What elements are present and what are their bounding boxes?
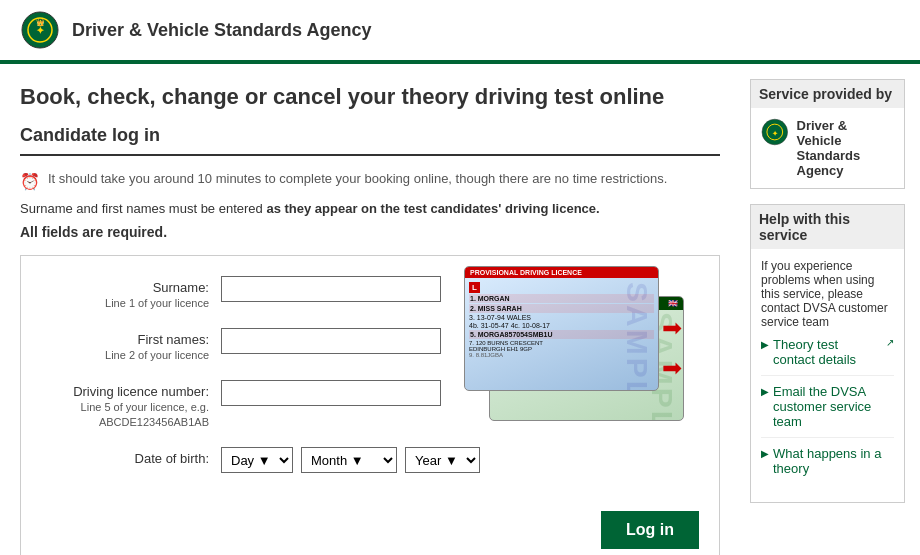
page-header: ✦ 👑 Driver & Vehicle Standards Agency [0, 0, 920, 64]
section-title: Candidate log in [20, 125, 720, 156]
firstname-label: First names: Line 2 of your licence [41, 328, 221, 362]
external-icon: ↗ [886, 337, 894, 348]
login-button[interactable]: Log in [601, 511, 699, 549]
arrow-icon: ▶ [761, 448, 769, 459]
form-container: DRIVING LICENCE 🇬🇧 1. MORGAN 2. MISS SAR… [20, 255, 720, 555]
list-item: ▶ Theory test contact details ↗ [761, 337, 894, 376]
firstname-input[interactable] [221, 328, 441, 354]
dvsa-small-logo: ✦ [761, 118, 789, 146]
dob-month-select[interactable]: Month ▼JanuaryFebruaryMarchAprilMayJuneJ… [301, 447, 397, 473]
svg-text:👑: 👑 [36, 18, 45, 27]
svg-text:✦: ✦ [772, 130, 778, 137]
list-item: ▶ Email the DVSA customer service team [761, 384, 894, 438]
surname-note: Surname and first names must be entered … [20, 201, 720, 216]
surname-label: Surname: Line 1 of your licence [41, 276, 221, 310]
help-box: Help with this service If you experience… [750, 204, 905, 503]
provider-info: ✦ Driver & VehicleStandardsAgency [761, 118, 894, 178]
provider-name: Driver & VehicleStandardsAgency [797, 118, 894, 178]
sidebar: Service provided by ✦ Driver & VehicleSt… [740, 64, 920, 555]
service-provider-title: Service provided by [751, 80, 904, 108]
dob-selects: Day ▼12345678910111213141516171819202122… [221, 447, 480, 473]
surname-input[interactable] [221, 276, 441, 302]
login-row: Log in [41, 491, 699, 549]
clock-icon: ⏰ [20, 172, 40, 191]
help-text: If you experience problems when using th… [761, 259, 894, 329]
licence-input[interactable] [221, 380, 441, 406]
theory-contact-link[interactable]: ▶ Theory test contact details ↗ [761, 337, 894, 367]
dob-label: Date of birth: [41, 447, 221, 466]
licence-front-card: PROVISIONAL DRIVING LICENCE L 1. MORGAN … [464, 266, 659, 391]
theory-info-link[interactable]: ▶ What happens in a theory [761, 446, 894, 476]
svg-text:✦: ✦ [36, 25, 45, 36]
arrow-name: ➡ [662, 314, 682, 342]
help-links: ▶ Theory test contact details ↗ ▶ Email … [761, 337, 894, 484]
dvsa-crest-logo: ✦ 👑 [20, 10, 60, 50]
arrow-icon: ▶ [761, 386, 769, 397]
service-provider-box: Service provided by ✦ Driver & VehicleSt… [750, 79, 905, 189]
help-title: Help with this service [751, 205, 904, 249]
list-item: ▶ What happens in a theory [761, 446, 894, 484]
info-row: ⏰ It should take you around 10 minutes t… [20, 171, 720, 191]
main-content: Book, check, change or cancel your theor… [0, 64, 740, 555]
licence-image: DRIVING LICENCE 🇬🇧 1. MORGAN 2. MISS SAR… [464, 266, 704, 466]
required-text: All fields are required. [20, 224, 720, 240]
licence-label: Driving licence number: Line 5 of your l… [41, 380, 221, 429]
page-layout: Book, check, change or cancel your theor… [0, 64, 920, 555]
page-title: Book, check, change or cancel your theor… [20, 84, 720, 110]
arrow-icon: ▶ [761, 339, 769, 350]
info-text: It should take you around 10 minutes to … [48, 171, 667, 186]
email-dvsa-link[interactable]: ▶ Email the DVSA customer service team [761, 384, 894, 429]
header-title: Driver & Vehicle Standards Agency [72, 20, 371, 41]
dob-day-select[interactable]: Day ▼12345678910111213141516171819202122… [221, 447, 293, 473]
arrow-licence: ➡ [662, 354, 682, 382]
